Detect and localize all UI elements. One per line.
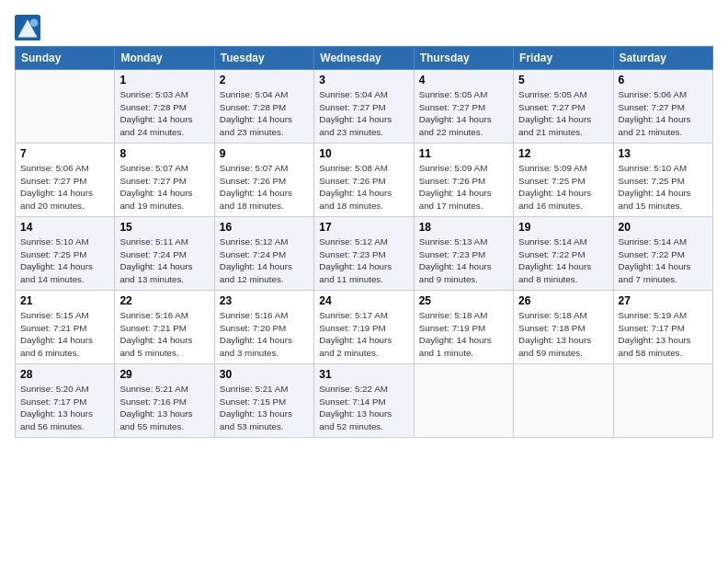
day-number: 4	[419, 74, 508, 86]
calendar-cell: 2Sunrise: 5:04 AM Sunset: 7:28 PM Daylig…	[214, 70, 313, 144]
calendar-cell: 31Sunrise: 5:22 AM Sunset: 7:14 PM Dayli…	[314, 364, 414, 438]
calendar-header: SundayMondayTuesdayWednesdayThursdayFrid…	[16, 47, 713, 70]
calendar-cell: 28Sunrise: 5:20 AM Sunset: 7:17 PM Dayli…	[16, 364, 115, 438]
weekday-header: Tuesday	[214, 47, 313, 70]
day-number: 30	[220, 368, 309, 381]
calendar-cell	[514, 364, 613, 438]
day-number: 25	[419, 294, 508, 307]
day-detail: Sunrise: 5:08 AM Sunset: 7:26 PM Dayligh…	[319, 162, 408, 213]
day-detail: Sunrise: 5:04 AM Sunset: 7:27 PM Dayligh…	[319, 88, 408, 139]
day-number: 1	[119, 74, 209, 86]
day-detail: Sunrise: 5:09 AM Sunset: 7:26 PM Dayligh…	[419, 162, 508, 213]
day-detail: Sunrise: 5:12 AM Sunset: 7:24 PM Dayligh…	[220, 236, 309, 286]
calendar-cell: 27Sunrise: 5:19 AM Sunset: 7:17 PM Dayli…	[613, 291, 712, 364]
calendar-cell: 25Sunrise: 5:18 AM Sunset: 7:19 PM Dayli…	[414, 291, 513, 364]
calendar-cell: 1Sunrise: 5:03 AM Sunset: 7:28 PM Daylig…	[115, 70, 214, 144]
calendar-cell: 15Sunrise: 5:11 AM Sunset: 7:24 PM Dayli…	[115, 217, 214, 291]
calendar-week-row: 7Sunrise: 5:06 AM Sunset: 7:27 PM Daylig…	[16, 144, 713, 217]
day-detail: Sunrise: 5:11 AM Sunset: 7:24 PM Dayligh…	[119, 236, 209, 286]
day-number: 29	[119, 368, 209, 381]
day-detail: Sunrise: 5:17 AM Sunset: 7:19 PM Dayligh…	[319, 309, 408, 360]
day-number: 26	[518, 294, 608, 307]
calendar-cell: 16Sunrise: 5:12 AM Sunset: 7:24 PM Dayli…	[214, 217, 313, 291]
calendar-cell: 23Sunrise: 5:16 AM Sunset: 7:20 PM Dayli…	[214, 291, 313, 364]
calendar-cell: 30Sunrise: 5:21 AM Sunset: 7:15 PM Dayli…	[214, 364, 313, 438]
day-number: 7	[20, 147, 109, 160]
calendar-week-row: 14Sunrise: 5:10 AM Sunset: 7:25 PM Dayli…	[16, 217, 713, 291]
day-number: 10	[319, 147, 408, 160]
calendar-cell: 29Sunrise: 5:21 AM Sunset: 7:16 PM Dayli…	[115, 364, 214, 438]
day-detail: Sunrise: 5:07 AM Sunset: 7:27 PM Dayligh…	[119, 162, 209, 213]
day-detail: Sunrise: 5:07 AM Sunset: 7:26 PM Dayligh…	[220, 162, 309, 213]
calendar-cell: 5Sunrise: 5:05 AM Sunset: 7:27 PM Daylig…	[514, 70, 613, 144]
day-detail: Sunrise: 5:05 AM Sunset: 7:27 PM Dayligh…	[518, 88, 608, 139]
calendar-cell: 4Sunrise: 5:05 AM Sunset: 7:27 PM Daylig…	[414, 70, 513, 144]
day-detail: Sunrise: 5:06 AM Sunset: 7:27 PM Dayligh…	[20, 162, 109, 213]
day-detail: Sunrise: 5:14 AM Sunset: 7:22 PM Dayligh…	[619, 236, 708, 286]
day-number: 16	[220, 221, 309, 234]
day-number: 28	[20, 368, 109, 381]
day-detail: Sunrise: 5:22 AM Sunset: 7:14 PM Dayligh…	[319, 383, 408, 433]
day-detail: Sunrise: 5:15 AM Sunset: 7:21 PM Dayligh…	[20, 309, 109, 360]
day-detail: Sunrise: 5:10 AM Sunset: 7:25 PM Dayligh…	[20, 236, 109, 286]
day-number: 13	[619, 147, 708, 160]
day-number: 18	[419, 221, 508, 234]
day-number: 20	[619, 221, 708, 234]
day-number: 15	[119, 221, 209, 234]
day-detail: Sunrise: 5:16 AM Sunset: 7:21 PM Dayligh…	[119, 309, 209, 360]
day-number: 6	[619, 74, 708, 86]
day-number: 8	[119, 147, 209, 160]
day-detail: Sunrise: 5:03 AM Sunset: 7:28 PM Dayligh…	[119, 88, 209, 139]
calendar-table: SundayMondayTuesdayWednesdayThursdayFrid…	[15, 46, 713, 438]
calendar-week-row: 21Sunrise: 5:15 AM Sunset: 7:21 PM Dayli…	[16, 291, 713, 364]
calendar-cell: 14Sunrise: 5:10 AM Sunset: 7:25 PM Dayli…	[16, 217, 115, 291]
day-detail: Sunrise: 5:06 AM Sunset: 7:27 PM Dayligh…	[619, 88, 708, 139]
day-detail: Sunrise: 5:16 AM Sunset: 7:20 PM Dayligh…	[220, 309, 309, 360]
day-number: 27	[619, 294, 708, 307]
calendar-cell	[414, 364, 513, 438]
calendar-cell: 21Sunrise: 5:15 AM Sunset: 7:21 PM Dayli…	[16, 291, 115, 364]
day-detail: Sunrise: 5:21 AM Sunset: 7:16 PM Dayligh…	[119, 383, 209, 433]
weekday-header: Monday	[115, 47, 214, 70]
day-number: 11	[419, 147, 508, 160]
calendar-body: 1Sunrise: 5:03 AM Sunset: 7:28 PM Daylig…	[16, 70, 713, 438]
calendar-cell: 24Sunrise: 5:17 AM Sunset: 7:19 PM Dayli…	[314, 291, 414, 364]
day-detail: Sunrise: 5:19 AM Sunset: 7:17 PM Dayligh…	[619, 309, 708, 360]
day-number: 2	[220, 74, 309, 86]
day-detail: Sunrise: 5:09 AM Sunset: 7:25 PM Dayligh…	[518, 162, 608, 213]
day-number: 24	[319, 294, 408, 307]
day-number: 22	[119, 294, 209, 307]
day-number: 31	[319, 368, 408, 381]
day-number: 14	[20, 221, 109, 234]
calendar-cell: 22Sunrise: 5:16 AM Sunset: 7:21 PM Dayli…	[115, 291, 214, 364]
calendar-cell	[16, 70, 115, 144]
day-detail: Sunrise: 5:14 AM Sunset: 7:22 PM Dayligh…	[518, 236, 608, 286]
calendar-cell: 6Sunrise: 5:06 AM Sunset: 7:27 PM Daylig…	[613, 70, 712, 144]
day-detail: Sunrise: 5:18 AM Sunset: 7:18 PM Dayligh…	[518, 309, 608, 360]
calendar-cell: 19Sunrise: 5:14 AM Sunset: 7:22 PM Dayli…	[514, 217, 613, 291]
weekday-header: Sunday	[16, 47, 115, 70]
calendar-cell: 18Sunrise: 5:13 AM Sunset: 7:23 PM Dayli…	[414, 217, 513, 291]
calendar-cell	[613, 364, 712, 438]
day-number: 12	[518, 147, 608, 160]
calendar-cell: 20Sunrise: 5:14 AM Sunset: 7:22 PM Dayli…	[613, 217, 712, 291]
calendar-cell: 9Sunrise: 5:07 AM Sunset: 7:26 PM Daylig…	[214, 144, 313, 217]
weekday-header: Thursday	[414, 47, 513, 70]
calendar-cell: 8Sunrise: 5:07 AM Sunset: 7:27 PM Daylig…	[115, 144, 214, 217]
calendar-week-row: 28Sunrise: 5:20 AM Sunset: 7:17 PM Dayli…	[16, 364, 713, 438]
logo-icon	[15, 15, 40, 40]
calendar-cell: 7Sunrise: 5:06 AM Sunset: 7:27 PM Daylig…	[16, 144, 115, 217]
day-detail: Sunrise: 5:10 AM Sunset: 7:25 PM Dayligh…	[619, 162, 708, 213]
weekday-header: Saturday	[613, 47, 712, 70]
calendar-cell: 10Sunrise: 5:08 AM Sunset: 7:26 PM Dayli…	[314, 144, 414, 217]
svg-point-2	[30, 18, 39, 27]
day-detail: Sunrise: 5:12 AM Sunset: 7:23 PM Dayligh…	[319, 236, 408, 286]
calendar-cell: 13Sunrise: 5:10 AM Sunset: 7:25 PM Dayli…	[613, 144, 712, 217]
day-number: 5	[518, 74, 608, 86]
day-number: 3	[319, 74, 408, 86]
day-detail: Sunrise: 5:21 AM Sunset: 7:15 PM Dayligh…	[220, 383, 309, 433]
day-detail: Sunrise: 5:13 AM Sunset: 7:23 PM Dayligh…	[419, 236, 508, 286]
day-number: 9	[220, 147, 309, 160]
day-detail: Sunrise: 5:05 AM Sunset: 7:27 PM Dayligh…	[419, 88, 508, 139]
day-detail: Sunrise: 5:04 AM Sunset: 7:28 PM Dayligh…	[220, 88, 309, 139]
